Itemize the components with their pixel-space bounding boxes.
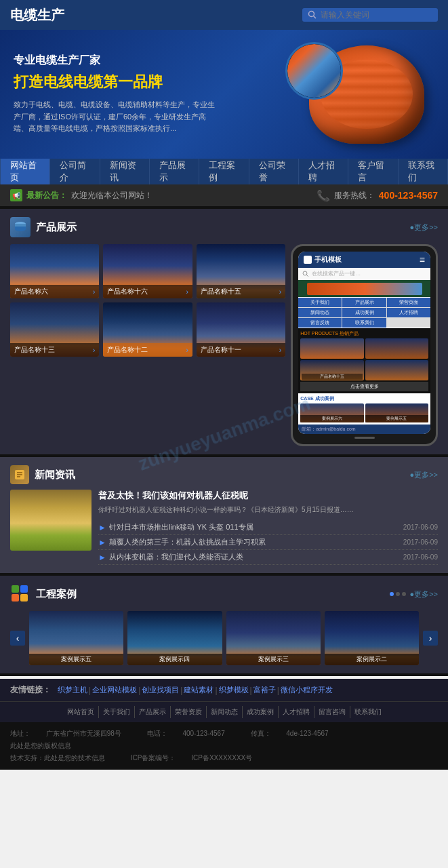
svg-rect-9: [12, 585, 19, 593]
phone-product-label-0: 产品名称十五: [302, 374, 362, 380]
notice-text: 欢迎光临本公司网站！: [71, 190, 152, 201]
friend-5[interactable]: 富裕子: [253, 685, 276, 695]
case-item-1[interactable]: 案例展示四: [127, 611, 222, 665]
cases-header: 工程案例 ●更多>>: [10, 584, 438, 604]
product-item-0[interactable]: 产品名称六›: [10, 244, 99, 298]
news-content: 普及太快！我们该如何对机器人征税呢 你呼吁过对机器人征税这种科幻小说一样的事吗？…: [10, 490, 438, 565]
dot-1: [396, 592, 400, 596]
friend-0[interactable]: 织梦主机: [58, 685, 87, 695]
fax-label: 传真：: [251, 730, 271, 737]
product-item-1[interactable]: 产品名称十六›: [103, 244, 192, 298]
products-more[interactable]: ●更多>>: [410, 222, 439, 233]
notice-right: 📞 服务热线： 400-123-4567: [317, 189, 438, 202]
friend-3[interactable]: 建站素材: [184, 685, 213, 695]
search-input[interactable]: [321, 10, 429, 20]
footer-nav-6[interactable]: 人才招聘: [279, 706, 314, 718]
product-item-5[interactable]: 产品名称十一›: [197, 302, 285, 357]
phone-case-1: 案例展示五: [365, 415, 428, 422]
search-box[interactable]: [302, 8, 438, 22]
nav-item-honor[interactable]: 公司荣誉: [249, 159, 299, 184]
fax: 4de-123-4567: [286, 730, 328, 737]
cases-more[interactable]: ●更多>>: [410, 589, 439, 599]
cases-section: 工程案例 ●更多>> ‹ 案例展示五 案例展示四 案例展示三: [0, 576, 448, 673]
footer-nav-2[interactable]: 产品展示: [135, 706, 171, 718]
nav-item-contact[interactable]: 联系我们: [399, 159, 448, 184]
news-item-1: ► 颠覆人类的第三手：机器人欲挑战自主学习积累 2017-06-09: [98, 535, 438, 550]
phone-icon: 📞: [317, 189, 330, 202]
navigation: 网站首页 公司简介 新闻资讯 产品展示 工程案例 公司荣誉 人才招聘 客户留言 …: [0, 159, 448, 184]
products-title: 产品展示: [10, 217, 77, 237]
footer-nav-5[interactable]: 成功案例: [243, 706, 279, 718]
nav-item-products[interactable]: 产品展示: [150, 159, 199, 184]
product-item-4[interactable]: 产品名称十二›: [103, 302, 192, 357]
cases-title: 工程案例: [10, 584, 77, 604]
phone-nav-4: 成功案例: [342, 308, 386, 317]
footer-nav-1[interactable]: 关于我们: [99, 706, 135, 718]
phone-prefix: 服务热线：: [334, 190, 375, 201]
notice-left: 📢 最新公告： 欢迎光临本公司网站！: [10, 189, 303, 201]
phone-label: 电话：: [147, 730, 167, 737]
product-item-2[interactable]: 产品名称十五›: [197, 244, 285, 298]
prev-arrow[interactable]: ‹: [10, 631, 25, 646]
next-arrow[interactable]: ›: [423, 631, 438, 646]
header: 电缆生产: [0, 0, 448, 30]
phone-mockup-container: 手机模板 ≡ 在线搜索产品一键… 关于我们: [291, 244, 438, 446]
friend-6[interactable]: 微信小程序开发: [281, 685, 333, 695]
friend-2[interactable]: 创业找项目: [142, 685, 179, 695]
hero-description: 致力于电线、电缆、电缆设备、电缆辅助材料等生产，专业生产厂商，通过ISO许可认证…: [14, 99, 217, 135]
address: 广东省广州市无溪四98号: [46, 730, 121, 737]
icp-label: ICP备案编号：: [131, 754, 176, 762]
phone-nav-5: 人才招聘: [387, 308, 430, 317]
svg-rect-12: [20, 594, 28, 601]
phone-screen: 手机模板 ≡ 在线搜索产品一键… 关于我们: [298, 252, 430, 434]
nav-item-home[interactable]: 网站首页: [0, 159, 50, 184]
news-main-title[interactable]: 普及太快！我们该如何对机器人征税呢: [98, 490, 438, 502]
blocks-icon: [11, 585, 30, 604]
news-icon: [10, 465, 29, 484]
dot-2: [402, 592, 406, 596]
hero-text: 专业电缆生产厂家 打造电线电缆第一品牌 致力于电线、电缆、电缆设备、电缆辅助材料…: [14, 54, 279, 135]
news-more[interactable]: ●更多>>: [410, 470, 439, 480]
dot-0: [390, 592, 394, 596]
cases-icon: [10, 584, 30, 604]
friend-4[interactable]: 织梦模板: [219, 685, 249, 695]
phone-view-more[interactable]: 点击查看更多: [300, 382, 428, 391]
friend-1[interactable]: 企业网站模板: [92, 685, 137, 695]
svg-rect-11: [12, 594, 19, 601]
case-item-3[interactable]: 案例展示二: [325, 611, 419, 665]
icp: ICP备XXXXXXXX号: [191, 754, 252, 762]
nav-item-recruit[interactable]: 人才招聘: [299, 159, 348, 184]
news-section: 新闻资讯 ●更多>> 普及太快！我们该如何对机器人征税呢 你呼吁过对机器人征税这…: [0, 457, 448, 573]
footer-nav-7[interactable]: 留言咨询: [314, 706, 350, 718]
products-section: 产品展示 ●更多>> 产品名称六› 产品名称十六›: [0, 209, 448, 454]
news-image: [10, 490, 91, 551]
nav-item-guestbook[interactable]: 客户留言: [348, 159, 398, 184]
footer-nav-8[interactable]: 联系我们: [350, 706, 386, 718]
case-item-0[interactable]: 案例展示五: [29, 611, 123, 665]
news-list: ► 针对日本市场推出link移动 YK 头盔 011专属 2017-06-09 …: [98, 520, 438, 565]
notice-label: 最新公告：: [26, 190, 67, 201]
news-title: 新闻资讯: [10, 465, 75, 484]
case-item-2[interactable]: 案例展示三: [226, 611, 321, 665]
news-header: 新闻资讯 ●更多>>: [10, 465, 438, 484]
footer-nav-3[interactable]: 荣誉资质: [171, 706, 207, 718]
svg-point-0: [309, 12, 314, 17]
phone-nav-3: 新闻动态: [298, 308, 342, 317]
nav-item-cases[interactable]: 工程案例: [199, 159, 249, 184]
phone-email: 邮箱：admin@baidu.com: [298, 425, 430, 434]
nav-item-about[interactable]: 公司简介: [50, 159, 100, 184]
products-grid: 产品名称六› 产品名称十六› 产品名称十五› 产品名称十三›: [10, 244, 285, 446]
notice-icon: 📢: [10, 189, 22, 201]
footer-nav-4[interactable]: 新闻动态: [207, 706, 243, 718]
phone-search-text: 在线搜索产品一键…: [312, 270, 361, 277]
phone-nav-2: 荣营页面: [387, 298, 430, 307]
nav-item-news[interactable]: 新闻资讯: [100, 159, 150, 184]
cases-slider: ‹ 案例展示五 案例展示四 案例展示三 案例展示二 ›: [10, 611, 438, 665]
product-grid: 产品名称六› 产品名称十六› 产品名称十五› 产品名称十三›: [10, 244, 285, 357]
product-item-3[interactable]: 产品名称十三›: [10, 302, 99, 357]
hero-banner: 专业电缆生产厂家 打造电线电缆第一品牌 致力于电线、电缆、电缆设备、电缆辅助材料…: [0, 30, 448, 159]
news-excerpt: 你呼吁过对机器人征税这种科幻小说一样的事吗？《日本经济新闻》5月15日报道……: [98, 505, 438, 515]
search-icon: [308, 10, 317, 20]
footer-nav-0[interactable]: 网站首页: [63, 706, 99, 718]
phone-number: 400-123-4567: [379, 190, 438, 201]
